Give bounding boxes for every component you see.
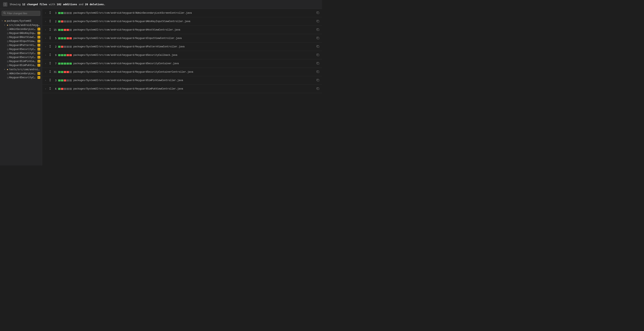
file-path: packages/SystemUI/src/com/android/keygua…: [74, 45, 315, 48]
sidebar-item-abs-key-input[interactable]: □ KeyguardAbsKeyInputVie... •: [0, 31, 42, 35]
modified-badge: •: [38, 48, 40, 51]
file-icon: □: [7, 48, 8, 51]
table-row[interactable]: › 2packages/SystemUI/src/com/android/key…: [42, 43, 322, 51]
copy-path-button[interactable]: [316, 20, 319, 23]
expand-arrow-icon[interactable]: ›: [45, 79, 47, 82]
diff-bar: [58, 54, 72, 56]
file-icon: □: [7, 32, 8, 35]
modified-badge: •: [38, 32, 40, 35]
sidebar-file-label: AdminSecondaryLockScr...: [10, 72, 36, 75]
file-list: › 3packages/SystemUI/src/com/android/key…: [42, 9, 322, 166]
file-path: packages/SystemUI/src/com/android/keygua…: [74, 20, 315, 23]
sidebar-item-src-keyguard[interactable]: ▾ ▪ src/com/android/keyguard: [0, 23, 42, 27]
expand-arrow-icon[interactable]: ›: [45, 54, 47, 56]
modified-badge: •: [38, 28, 40, 31]
expand-arrow-icon[interactable]: ›: [45, 12, 47, 14]
svg-rect-1: [6, 3, 6, 6]
expand-arrow-icon[interactable]: ›: [45, 71, 47, 73]
folder-icon: ▪: [7, 68, 8, 71]
expand-arrow-icon[interactable]: ›: [45, 46, 47, 48]
copy-path-button[interactable]: [316, 62, 319, 65]
sidebar-item-host-view[interactable]: □ KeyguardHostViewContr... •: [0, 35, 42, 39]
sidebar-item-security-container-2[interactable]: □ KeyguardSecurityContain... •: [0, 55, 42, 59]
table-row[interactable]: › 5packages/SystemUI/src/com/android/key…: [42, 34, 322, 43]
sidebar-item-sim-puk[interactable]: □ KeyguardSimPukViewCo... •: [0, 63, 42, 67]
copy-path-button[interactable]: [316, 70, 319, 74]
diff-arrows-icon: [49, 11, 51, 15]
chevron-down-icon: ▾: [2, 20, 4, 22]
table-row[interactable]: › 31packages/SystemUI/src/com/android/ke…: [42, 68, 322, 76]
copy-path-button[interactable]: [316, 87, 319, 91]
diff-bar: [58, 80, 72, 82]
header-summary: Showing 12 changed files with 102 additi…: [10, 3, 106, 6]
folder-icon: ▪: [7, 24, 8, 27]
table-row[interactable]: › 6packages/SystemUI/src/com/android/key…: [42, 85, 322, 93]
change-count: 3: [53, 79, 56, 82]
sidebar-item-security-container-1[interactable]: □ KeyguardSecurityContain... •: [0, 51, 42, 55]
expand-arrow-icon[interactable]: ›: [45, 37, 47, 39]
expand-arrow-icon[interactable]: ›: [45, 29, 47, 31]
sidebar-item-sim-pin[interactable]: □ KeyguardSimPinViewCon... •: [0, 59, 42, 63]
copy-path-button[interactable]: [316, 28, 319, 32]
svg-rect-9: [317, 54, 319, 56]
file-path: packages/SystemUI/src/com/android/keygua…: [74, 54, 315, 57]
changed-count: 12: [22, 3, 26, 6]
modified-badge: •: [38, 56, 40, 59]
file-path: packages/SystemUI/src/com/android/keygua…: [74, 88, 315, 90]
copy-path-button[interactable]: [316, 79, 319, 82]
sidebar-item-label: src/com/android/keyguard: [9, 24, 40, 27]
table-row[interactable]: › 3packages/SystemUI/src/com/android/key…: [42, 9, 322, 17]
table-row[interactable]: › 3packages/SystemUI/src/com/android/key…: [42, 76, 322, 85]
sidebar-item-tests-keyguard[interactable]: ▾ ▪ tests/src/com/android/keyguard: [0, 67, 42, 71]
sidebar-item-packages-systemui[interactable]: ▾ ▪ packages/SystemUI: [0, 19, 42, 23]
file-icon: □: [7, 76, 8, 79]
file-icon: □: [7, 60, 8, 63]
change-count: 9: [53, 54, 56, 57]
table-row[interactable]: › 15packages/SystemUI/src/com/android/ke…: [42, 26, 322, 34]
sidebar-item-tests-admin[interactable]: □ AdminSecondaryLockScr... •: [0, 71, 42, 75]
deletions-count: 26: [85, 3, 88, 6]
modified-badge: •: [38, 44, 40, 47]
svg-rect-0: [4, 3, 5, 6]
table-row[interactable]: › 7packages/SystemUI/src/com/android/key…: [42, 59, 322, 68]
file-icon: □: [7, 36, 8, 39]
diff-arrows-icon: [49, 70, 51, 74]
sidebar-item-security-callback[interactable]: □ KeyguardSecurityCallbac... •: [0, 47, 42, 51]
modified-badge: •: [38, 76, 40, 79]
sidebar-item-pattern-view[interactable]: □ KeyguardPatternViewCon... •: [0, 43, 42, 47]
svg-rect-8: [317, 46, 319, 48]
table-row[interactable]: › 2packages/SystemUI/src/com/android/key…: [42, 17, 322, 26]
search-input[interactable]: [7, 12, 38, 15]
expand-arrow-icon[interactable]: ›: [45, 20, 47, 23]
copy-path-button[interactable]: [316, 45, 319, 48]
svg-rect-7: [317, 37, 319, 39]
copy-path-button[interactable]: [316, 37, 319, 40]
diff-bar: [58, 37, 72, 39]
search-icon: [4, 12, 6, 15]
search-box[interactable]: [2, 11, 40, 16]
expand-arrow-icon[interactable]: ›: [45, 62, 47, 65]
change-count: 2: [53, 45, 56, 48]
sidebar-file-label: KeyguardPatternViewCon...: [10, 44, 36, 47]
diff-arrows-icon: [49, 20, 51, 23]
toggle-files-button[interactable]: [3, 3, 7, 7]
copy-path-button[interactable]: [316, 54, 319, 57]
changed-label: changed files: [27, 3, 47, 6]
sidebar-file-label: KeyguardSecurityContain...: [10, 76, 36, 79]
copy-path-button[interactable]: [316, 12, 319, 15]
sidebar-file-label: KeyguardAbsKeyInputVie...: [10, 32, 36, 35]
svg-rect-12: [317, 80, 319, 81]
main-layout: ▾ ▪ packages/SystemUI ▾ ▪ src/com/androi…: [0, 9, 322, 166]
modified-badge: •: [38, 72, 40, 75]
sidebar-item-input-view[interactable]: □ KeyguardInputViewContr... •: [0, 39, 42, 43]
sidebar-file-label: AdminSecondaryLockScr...: [10, 28, 36, 31]
modified-badge: •: [38, 52, 40, 55]
table-row[interactable]: › 9packages/SystemUI/src/com/android/key…: [42, 51, 322, 59]
change-count: 3: [53, 12, 56, 15]
sidebar-item-tests-security-container[interactable]: □ KeyguardSecurityContain... •: [0, 75, 42, 80]
sidebar-item-label: tests/src/com/android/keyguard: [9, 68, 40, 71]
folder-icon: ▪: [4, 19, 6, 22]
file-icon: □: [7, 44, 8, 47]
expand-arrow-icon[interactable]: ›: [45, 88, 47, 90]
sidebar-item-admin-lock[interactable]: □ AdminSecondaryLockScr... •: [0, 27, 42, 31]
